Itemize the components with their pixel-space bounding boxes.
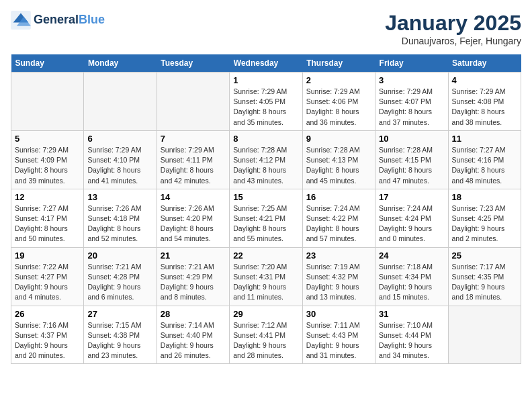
day-detail: Sunrise: 7:17 AM Sunset: 4:35 PM Dayligh… [452, 262, 517, 303]
calendar-body: 1Sunrise: 7:29 AM Sunset: 4:05 PM Daylig… [11, 73, 521, 364]
day-detail: Sunrise: 7:29 AM Sunset: 4:08 PM Dayligh… [452, 87, 517, 128]
day-detail: Sunrise: 7:11 AM Sunset: 4:43 PM Dayligh… [306, 320, 371, 361]
day-number: 10 [379, 134, 444, 144]
dow-header: Tuesday [157, 54, 229, 73]
calendar-cell [11, 73, 84, 131]
calendar-cell: 20Sunrise: 7:21 AM Sunset: 4:28 PM Dayli… [84, 247, 157, 306]
calendar-cell: 12Sunrise: 7:27 AM Sunset: 4:17 PM Dayli… [11, 189, 84, 247]
calendar-cell: 17Sunrise: 7:24 AM Sunset: 4:24 PM Dayli… [375, 189, 448, 247]
day-detail: Sunrise: 7:21 AM Sunset: 4:28 PM Dayligh… [87, 262, 152, 303]
day-detail: Sunrise: 7:20 AM Sunset: 4:31 PM Dayligh… [233, 262, 298, 303]
calendar-week-row: 1Sunrise: 7:29 AM Sunset: 4:05 PM Daylig… [11, 73, 521, 131]
day-detail: Sunrise: 7:18 AM Sunset: 4:34 PM Dayligh… [379, 262, 444, 303]
day-detail: Sunrise: 7:19 AM Sunset: 4:32 PM Dayligh… [306, 262, 371, 303]
day-detail: Sunrise: 7:27 AM Sunset: 4:16 PM Dayligh… [452, 145, 517, 186]
calendar-cell: 2Sunrise: 7:29 AM Sunset: 4:06 PM Daylig… [302, 73, 375, 131]
day-detail: Sunrise: 7:29 AM Sunset: 4:09 PM Dayligh… [15, 145, 80, 186]
day-detail: Sunrise: 7:16 AM Sunset: 4:37 PM Dayligh… [15, 320, 80, 361]
day-number: 16 [306, 192, 371, 202]
calendar-cell: 21Sunrise: 7:21 AM Sunset: 4:29 PM Dayli… [157, 247, 229, 306]
day-number: 18 [452, 192, 517, 202]
day-detail: Sunrise: 7:29 AM Sunset: 4:05 PM Dayligh… [233, 87, 298, 128]
day-detail: Sunrise: 7:29 AM Sunset: 4:11 PM Dayligh… [161, 145, 226, 186]
day-detail: Sunrise: 7:10 AM Sunset: 4:44 PM Dayligh… [379, 320, 444, 361]
day-number: 29 [233, 309, 298, 319]
calendar-cell: 5Sunrise: 7:29 AM Sunset: 4:09 PM Daylig… [11, 130, 84, 189]
day-detail: Sunrise: 7:28 AM Sunset: 4:12 PM Dayligh… [233, 145, 298, 186]
calendar-cell: 13Sunrise: 7:26 AM Sunset: 4:18 PM Dayli… [84, 189, 157, 247]
dow-header: Friday [375, 54, 448, 73]
day-number: 30 [306, 309, 371, 319]
day-number: 4 [452, 75, 517, 85]
day-number: 11 [452, 134, 517, 144]
day-detail: Sunrise: 7:15 AM Sunset: 4:38 PM Dayligh… [87, 320, 152, 361]
day-detail: Sunrise: 7:21 AM Sunset: 4:29 PM Dayligh… [161, 262, 226, 303]
day-detail: Sunrise: 7:29 AM Sunset: 4:10 PM Dayligh… [87, 145, 152, 186]
calendar-cell: 30Sunrise: 7:11 AM Sunset: 4:43 PM Dayli… [302, 306, 375, 364]
calendar-week-row: 19Sunrise: 7:22 AM Sunset: 4:27 PM Dayli… [11, 247, 521, 306]
day-number: 20 [87, 250, 152, 261]
day-number: 8 [233, 134, 298, 144]
day-number: 25 [452, 250, 517, 261]
logo-text: GeneralBlue [34, 13, 105, 27]
calendar-cell: 8Sunrise: 7:28 AM Sunset: 4:12 PM Daylig… [230, 130, 302, 189]
day-detail: Sunrise: 7:29 AM Sunset: 4:06 PM Dayligh… [306, 87, 371, 128]
page-header: GeneralBlue January 2025 Dunaujvaros, Fe… [11, 11, 521, 46]
calendar-cell: 19Sunrise: 7:22 AM Sunset: 4:27 PM Dayli… [11, 247, 84, 306]
day-detail: Sunrise: 7:27 AM Sunset: 4:17 PM Dayligh… [15, 203, 80, 244]
day-number: 19 [15, 250, 80, 261]
day-number: 6 [87, 134, 152, 144]
day-number: 31 [379, 309, 444, 319]
day-number: 22 [233, 250, 298, 261]
dow-header: Thursday [302, 54, 375, 73]
day-number: 24 [379, 250, 444, 261]
dow-header: Saturday [448, 54, 521, 73]
calendar-cell: 25Sunrise: 7:17 AM Sunset: 4:35 PM Dayli… [448, 247, 521, 306]
dow-header: Wednesday [230, 54, 302, 73]
day-detail: Sunrise: 7:24 AM Sunset: 4:24 PM Dayligh… [379, 203, 444, 244]
calendar-cell: 27Sunrise: 7:15 AM Sunset: 4:38 PM Dayli… [84, 306, 157, 364]
calendar-cell [84, 73, 157, 131]
calendar-cell [157, 73, 229, 131]
day-number: 27 [87, 309, 152, 319]
day-detail: Sunrise: 7:23 AM Sunset: 4:25 PM Dayligh… [452, 203, 517, 244]
day-number: 12 [15, 192, 80, 202]
calendar-cell: 9Sunrise: 7:28 AM Sunset: 4:13 PM Daylig… [302, 130, 375, 189]
day-number: 1 [233, 75, 298, 85]
day-number: 14 [161, 192, 226, 202]
day-detail: Sunrise: 7:29 AM Sunset: 4:07 PM Dayligh… [379, 87, 444, 128]
calendar-cell: 14Sunrise: 7:26 AM Sunset: 4:20 PM Dayli… [157, 189, 229, 247]
logo-icon [11, 11, 31, 30]
day-detail: Sunrise: 7:28 AM Sunset: 4:15 PM Dayligh… [379, 145, 444, 186]
day-detail: Sunrise: 7:25 AM Sunset: 4:21 PM Dayligh… [233, 203, 298, 244]
dow-header: Monday [84, 54, 157, 73]
days-of-week-row: SundayMondayTuesdayWednesdayThursdayFrid… [11, 54, 521, 73]
day-detail: Sunrise: 7:12 AM Sunset: 4:41 PM Dayligh… [233, 320, 298, 361]
day-number: 28 [161, 309, 226, 319]
calendar-table: SundayMondayTuesdayWednesdayThursdayFrid… [11, 54, 521, 364]
calendar-cell: 10Sunrise: 7:28 AM Sunset: 4:15 PM Dayli… [375, 130, 448, 189]
calendar-cell: 26Sunrise: 7:16 AM Sunset: 4:37 PM Dayli… [11, 306, 84, 364]
day-number: 3 [379, 75, 444, 85]
calendar-cell: 24Sunrise: 7:18 AM Sunset: 4:34 PM Dayli… [375, 247, 448, 306]
day-detail: Sunrise: 7:28 AM Sunset: 4:13 PM Dayligh… [306, 145, 371, 186]
day-detail: Sunrise: 7:22 AM Sunset: 4:27 PM Dayligh… [15, 262, 80, 303]
calendar-cell: 29Sunrise: 7:12 AM Sunset: 4:41 PM Dayli… [230, 306, 302, 364]
calendar-cell: 31Sunrise: 7:10 AM Sunset: 4:44 PM Dayli… [375, 306, 448, 364]
calendar-week-row: 26Sunrise: 7:16 AM Sunset: 4:37 PM Dayli… [11, 306, 521, 364]
calendar-week-row: 5Sunrise: 7:29 AM Sunset: 4:09 PM Daylig… [11, 130, 521, 189]
day-number: 21 [161, 250, 226, 261]
day-number: 9 [306, 134, 371, 144]
title-block: January 2025 Dunaujvaros, Fejer, Hungary [385, 11, 521, 46]
day-number: 2 [306, 75, 371, 85]
calendar-cell: 4Sunrise: 7:29 AM Sunset: 4:08 PM Daylig… [448, 73, 521, 131]
calendar-cell [448, 306, 521, 364]
day-number: 23 [306, 250, 371, 261]
day-number: 7 [161, 134, 226, 144]
calendar-cell: 15Sunrise: 7:25 AM Sunset: 4:21 PM Dayli… [230, 189, 302, 247]
day-detail: Sunrise: 7:26 AM Sunset: 4:20 PM Dayligh… [161, 203, 226, 244]
calendar-cell: 23Sunrise: 7:19 AM Sunset: 4:32 PM Dayli… [302, 247, 375, 306]
calendar-week-row: 12Sunrise: 7:27 AM Sunset: 4:17 PM Dayli… [11, 189, 521, 247]
location: Dunaujvaros, Fejer, Hungary [385, 36, 521, 46]
dow-header: Sunday [11, 54, 84, 73]
